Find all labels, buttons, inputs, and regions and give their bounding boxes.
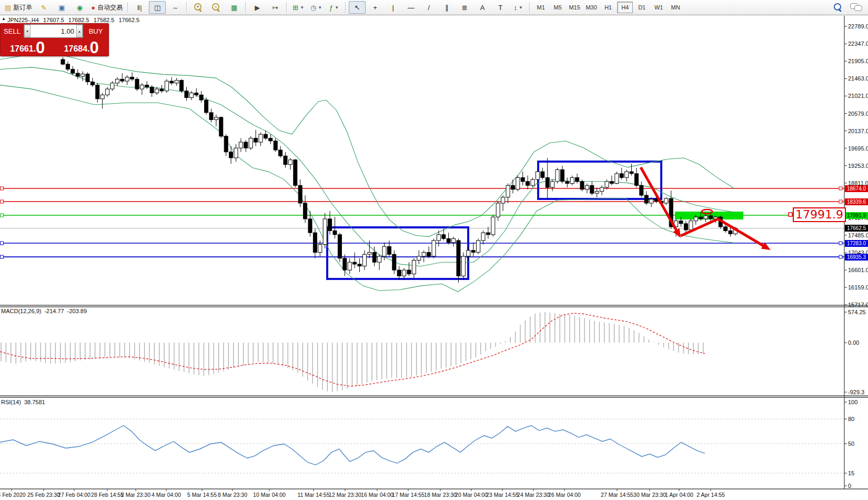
sell-price[interactable]: 17661.0 [1, 38, 55, 56]
rsi-label: RSI(14)38.7581 [1, 399, 48, 405]
price-tick: 21021.0 [848, 93, 868, 99]
autotrading-button[interactable]: ●自动交易 [89, 1, 125, 14]
time-tick: 1 Apr 04:00 [665, 492, 693, 498]
time-tick: 18 Mar 23:30 [424, 492, 457, 498]
one-click-trading-panel: SELL ▼ ▲ BUY 17661.0 17684.0 [0, 23, 109, 56]
timeframe-m1[interactable]: M1 [533, 2, 549, 13]
text-label-button[interactable]: T [492, 1, 509, 14]
toolbar-separator [186, 2, 187, 13]
cursor-button[interactable]: ↖ [349, 1, 366, 14]
toolbar-separator [245, 2, 246, 13]
time-tick: 27 Mar 14:55 [601, 492, 633, 498]
ohlc-close: 17662.5 [118, 17, 139, 23]
time-tick: 26 Mar 04:00 [548, 492, 581, 498]
chart-shift-button[interactable]: ↦ [267, 1, 284, 14]
price-tick: 22789.0 [848, 23, 868, 29]
chart-canvas[interactable] [0, 0, 868, 500]
line-chart-button[interactable]: ～ [167, 1, 184, 14]
timeframe-h4[interactable]: H4 [617, 2, 633, 13]
indicator-tick: -929.3 [848, 389, 868, 395]
timeframe-m5[interactable]: M5 [550, 2, 566, 13]
new-order-button[interactable]: ▤新订单 [3, 1, 34, 14]
price-tick: 16601.0 [848, 267, 868, 273]
indicator-tick: 15 [848, 470, 868, 476]
price-line-badge: 17662.5 [845, 225, 868, 232]
toolbar-separator [529, 2, 530, 13]
macd-signal-value: -203.89 [67, 308, 87, 314]
crosshair-button[interactable]: + [367, 1, 383, 14]
time-tick: 16 Mar 04:00 [361, 492, 393, 498]
channel-button[interactable]: ∥ [438, 1, 455, 14]
price-line-badge: 18339.6 [845, 198, 868, 205]
indicator-tick: 0.00 [848, 339, 868, 346]
timeframe-buttons: M1M5M15M30H1H4D1W1MN [532, 2, 684, 13]
buy-button[interactable]: BUY [83, 24, 108, 38]
price-tick: 17485.0 [848, 232, 868, 238]
volume-input[interactable] [31, 25, 76, 37]
volume-increase-button[interactable]: ▲ [76, 25, 83, 37]
sell-price-big-digit: 0 [36, 39, 45, 56]
time-tick: 4 Feb 2020 [0, 492, 26, 498]
chat-icon[interactable] [850, 3, 862, 12]
price-line-badge: 17991.9 [845, 212, 868, 219]
timeframe-d1[interactable]: D1 [634, 2, 650, 13]
bollinger-middle [0, 67, 735, 266]
search-icon[interactable] [833, 3, 843, 12]
tile-windows-button[interactable]: ▦ [226, 1, 243, 14]
time-tick: 2 Apr 14:55 [697, 492, 725, 498]
price-tick: 20137.0 [848, 128, 868, 134]
price-tick: 19695.0 [848, 145, 868, 152]
timeframe-mn[interactable]: MN [668, 2, 683, 13]
toolbar-separator [127, 2, 128, 13]
time-tick: 12 Mar 23:30 [329, 492, 361, 498]
periods-button[interactable]: ◷▼ [308, 1, 325, 14]
candle-chart-button[interactable]: ◫ [149, 1, 166, 14]
ohlc-high: 17682.5 [68, 17, 89, 23]
price-tick: 20579.0 [848, 111, 868, 117]
zoom-out-button[interactable]: − [208, 1, 225, 14]
time-tick: 20 Mar 04:00 [455, 492, 488, 498]
text-button[interactable]: A [474, 1, 491, 14]
styles-button[interactable]: ✎ [35, 1, 52, 14]
chart-title: JPN225-,H4 17607.5 17682.5 17582.5 17662… [7, 17, 142, 23]
time-tick: 28 Feb 14:55 [91, 492, 124, 498]
terminal-button[interactable]: ▣ [53, 1, 70, 14]
buy-price-main: 17684. [64, 42, 90, 56]
price-tick: 21905.0 [848, 58, 868, 64]
alerts-button[interactable]: ◉ [71, 1, 88, 14]
auto-scroll-button[interactable]: ▶ [249, 1, 266, 14]
macd-name: MACD(12,26,9) [1, 308, 41, 314]
time-tick: 24 Mar 23:30 [517, 492, 550, 498]
volume-decrease-button[interactable]: ▼ [24, 25, 31, 37]
sell-button[interactable]: SELL [1, 24, 24, 38]
zoom-in-button[interactable]: + [190, 1, 207, 14]
timeframe-h1[interactable]: H1 [600, 2, 616, 13]
new-chart-button[interactable]: ⊞▼ [290, 1, 307, 14]
toolbar-separator [345, 2, 346, 13]
collapse-triangle-icon[interactable]: ▲ [2, 16, 6, 21]
fibonacci-button[interactable]: ≣ [456, 1, 473, 14]
indicators-button[interactable]: ƒ▼ [326, 1, 342, 14]
price-tick: 15717.0 [848, 302, 868, 308]
macd-label: MACD(12,26,9)-214.77-203.89 [1, 308, 90, 314]
hline-button[interactable]: — [402, 1, 419, 14]
indicator-tick: 574.25 [848, 309, 868, 315]
price-line-badge: 18674.0 [845, 185, 868, 192]
time-tick: 17 Mar 14:55 [392, 492, 425, 498]
price-text-object[interactable]: 17991.9 [793, 207, 846, 222]
macd-main-value: -214.77 [44, 308, 64, 314]
timeframe-m30[interactable]: M30 [583, 2, 599, 13]
time-tick: 2 Mar 23:30 [121, 492, 150, 498]
time-tick: 8 Mar 23:30 [218, 492, 247, 498]
bar-chart-button[interactable]: ‖| [131, 1, 148, 14]
price-line-badge: 16935.3 [845, 254, 868, 261]
vline-button[interactable]: | [385, 1, 401, 14]
buy-price-big-digit: 0 [90, 39, 99, 56]
time-tick: 5 Mar 14:55 [187, 492, 217, 498]
buy-price[interactable]: 17684.0 [55, 38, 109, 56]
price-tick: 22347.0 [848, 41, 868, 47]
trendline-button[interactable]: / [420, 1, 437, 14]
timeframe-m15[interactable]: M15 [567, 2, 582, 13]
timeframe-w1[interactable]: W1 [651, 2, 667, 13]
arrows-button[interactable]: ↕▼ [510, 1, 527, 14]
